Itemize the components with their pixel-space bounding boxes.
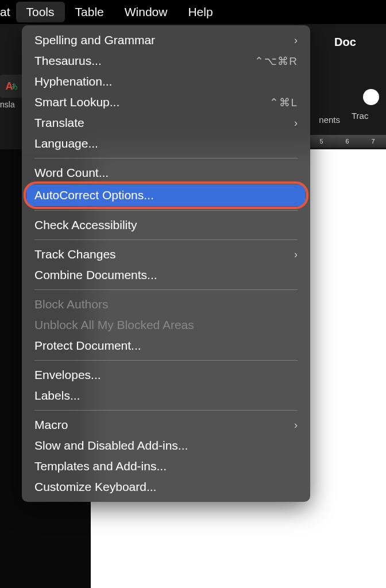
menu-separator [34,360,298,361]
chevron-right-icon: › [294,117,298,129]
menubar-item-table[interactable]: Table [65,2,114,22]
menu-item-label: Slow and Disabled Add-ins... [34,439,188,452]
menu-item-label: Word Count... [34,166,109,180]
menu-protect-document[interactable]: Protect Document... [22,335,310,356]
menu-track-changes[interactable]: Track Changes › [22,244,310,265]
chevron-right-icon: › [294,34,298,47]
menu-item-label: Envelopes... [34,368,101,382]
menu-envelopes[interactable]: Envelopes... [22,365,310,385]
menu-customize-keyboard[interactable]: Customize Keyboard... [22,477,310,497]
menu-item-label: Templates and Add-ins... [34,459,167,473]
menu-smart-lookup[interactable]: Smart Lookup... ⌃⌘L [22,92,310,113]
menu-shortcut: ⌃⌥⌘R [254,55,298,68]
menu-item-label: Check Accessibility [34,218,137,232]
menu-shortcut: ⌃⌘L [269,96,298,109]
ruler-partial: 5 6 7 [308,135,386,148]
menu-item-label: Protect Document... [34,339,141,353]
menu-item-label: Translate [34,116,84,130]
track-changes-ribbon-partial: Trac [352,89,386,121]
menu-translate[interactable]: Translate › [22,113,310,133]
chevron-right-icon: › [294,249,298,261]
menu-item-label: Thesaurus... [34,54,102,68]
menu-separator [34,239,298,240]
menu-unblock-all: Unblock All My Blocked Areas [22,315,310,335]
track-toggle-icon [363,89,379,105]
menu-item-label: Spelling and Grammar [34,33,155,47]
menu-item-label: Macro [34,418,68,432]
menu-item-label: Labels... [34,389,80,403]
translate-icon: Aあ [0,75,23,98]
menu-spelling-grammar[interactable]: Spelling and Grammar › [22,30,310,51]
menu-item-label: AutoCorrect Options... [34,188,154,202]
menubar: at Tools Table Window Help [0,0,386,24]
menu-slow-disabled-addins[interactable]: Slow and Disabled Add-ins... [22,435,310,456]
menubar-item-prev[interactable]: at [0,2,16,22]
menu-word-count[interactable]: Word Count... [22,163,310,183]
menu-thesaurus[interactable]: Thesaurus... ⌃⌥⌘R [22,51,310,71]
menu-labels[interactable]: Labels... [22,385,310,406]
menu-block-authors: Block Authors [22,294,310,315]
document-title-partial: Doc [334,36,386,49]
menu-autocorrect-options[interactable]: AutoCorrect Options... [26,184,306,206]
menubar-item-tools[interactable]: Tools [16,2,65,22]
menu-combine-documents[interactable]: Combine Documents... [22,265,310,285]
menu-hyphenation[interactable]: Hyphenation... [22,71,310,92]
menu-item-label: Smart Lookup... [34,95,119,109]
menu-separator [34,158,298,158]
menu-macro[interactable]: Macro › [22,415,310,435]
menu-separator [34,410,298,411]
comments-ribbon-partial: nents [319,115,340,125]
menu-item-label: Customize Keyboard... [34,480,156,494]
menu-item-label: Block Authors [34,297,108,311]
menu-separator [34,289,298,290]
menu-separator [34,210,298,211]
menubar-item-window[interactable]: Window [114,2,178,22]
menu-item-label: Language... [34,137,98,150]
chevron-right-icon: › [294,419,298,431]
menu-item-label: Track Changes [34,247,116,261]
menu-item-label: Hyphenation... [34,75,112,88]
menu-item-label: Combine Documents... [34,268,157,282]
tools-dropdown-menu: Spelling and Grammar › Thesaurus... ⌃⌥⌘R… [22,25,310,502]
menubar-item-help[interactable]: Help [177,2,223,22]
menu-check-accessibility[interactable]: Check Accessibility [22,215,310,235]
menu-item-label: Unblock All My Blocked Areas [34,318,194,332]
menu-language[interactable]: Language... [22,133,310,154]
menu-templates-addins[interactable]: Templates and Add-ins... [22,456,310,477]
translate-ribbon-partial: Aあ nsla [0,75,20,109]
